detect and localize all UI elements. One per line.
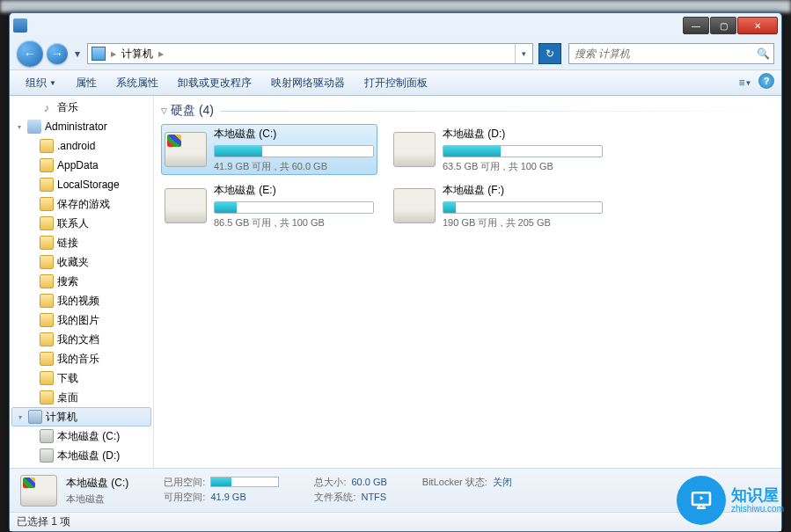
sidebar-item-我的音乐[interactable]: 我的音乐	[10, 349, 153, 368]
sidebar-item-label: 收藏夹	[57, 255, 89, 270]
sidebar-item-保存的游戏[interactable]: 保存的游戏	[10, 194, 153, 214]
sidebar-item-我的图片[interactable]: 我的图片	[10, 310, 153, 330]
organize-menu[interactable]: 组织▼	[17, 72, 65, 94]
control-panel-button[interactable]: 打开控制面板	[355, 72, 436, 94]
nav-row: ← → ▾ ▶ 计算机 ▶ ▾ ↻ 🔍	[10, 38, 781, 69]
search-input[interactable]	[569, 47, 752, 60]
sidebar-item-桌面[interactable]: 桌面	[10, 388, 153, 407]
sidebar-item-label: 我的图片	[57, 313, 99, 328]
system-icon	[13, 18, 27, 33]
properties-button[interactable]: 属性	[67, 72, 106, 94]
chevron-icon[interactable]: ▾	[15, 123, 24, 131]
sidebar-item-我的视频[interactable]: 我的视频	[10, 291, 153, 310]
total-size-label: 总大小:	[314, 476, 346, 489]
sidebar-item-LocalStorage[interactable]: LocalStorage	[10, 175, 153, 194]
help-button[interactable]: ?	[758, 73, 774, 89]
uninstall-button[interactable]: 卸载或更改程序	[169, 72, 260, 94]
view-options-button[interactable]: ≡▼	[736, 73, 755, 92]
search-icon[interactable]: 🔍	[752, 47, 773, 60]
sidebar-item-label: 我的文档	[57, 332, 99, 347]
navigation-pane[interactable]: ♪音乐▾Administrator.androidAppDataLocalSto…	[10, 96, 154, 468]
drive-info: 190 GB 可用 , 共 205 GB	[443, 216, 603, 230]
sidebar-item-label: 下载	[57, 371, 78, 386]
breadcrumb-computer[interactable]: 计算机	[118, 44, 157, 63]
sidebar-item-label: 计算机	[46, 410, 77, 425]
map-network-drive-button[interactable]: 映射网络驱动器	[262, 72, 354, 94]
sidebar-item-label: 链接	[57, 236, 78, 251]
filesystem-value: NTFS	[361, 492, 386, 502]
folder-icon	[40, 294, 54, 308]
folder-icon	[40, 197, 54, 211]
usage-bar	[214, 201, 374, 214]
forward-button[interactable]: →	[47, 43, 68, 64]
folder-icon	[40, 390, 54, 404]
sidebar-item-label: Administrator	[45, 120, 107, 133]
sidebar-item-label: 搜索	[57, 274, 78, 289]
folder-icon	[40, 352, 54, 366]
sidebar-item-label: AppData	[57, 159, 99, 171]
sidebar-item-联系人[interactable]: 联系人	[10, 214, 153, 233]
details-pane: 本地磁盘 (C:) 本地磁盘 已用空间: 可用空间:41.9 GB 总大小:60…	[10, 468, 781, 512]
folder-icon	[40, 139, 54, 153]
toolbar: 组织▼ 属性 系统属性 卸载或更改程序 映射网络驱动器 打开控制面板 ≡▼ ?	[10, 69, 781, 96]
section-label: 硬盘 (4)	[171, 103, 214, 119]
total-size-value: 60.0 GB	[351, 477, 386, 487]
bitlocker-value: 关闭	[493, 476, 512, 489]
drive-item[interactable]: 本地磁盘 (F:)190 GB 可用 , 共 205 GB	[390, 180, 606, 231]
sidebar-item-label: .android	[57, 140, 95, 152]
drive-item[interactable]: 本地磁盘 (E:)86.5 GB 可用 , 共 100 GB	[161, 180, 377, 231]
free-space-label: 可用空间:	[164, 491, 205, 504]
search-box[interactable]: 🔍	[568, 43, 774, 64]
sidebar-item-.android[interactable]: .android	[10, 136, 153, 156]
sidebar-item-Administrator[interactable]: ▾Administrator	[10, 117, 153, 136]
computer-icon	[28, 410, 42, 424]
sidebar-item-label: 音乐	[57, 100, 78, 115]
bitlocker-label: BitLocker 状态:	[422, 476, 487, 489]
drive-item[interactable]: 本地磁盘 (C:)41.9 GB 可用 , 共 60.0 GB	[161, 124, 377, 175]
titlebar[interactable]: — ▢ ✕	[10, 13, 781, 38]
sidebar-item-收藏夹[interactable]: 收藏夹	[10, 252, 153, 272]
drive-icon	[165, 188, 207, 223]
breadcrumb-separator[interactable]: ▶	[109, 50, 118, 58]
sidebar-item-音乐[interactable]: ♪音乐	[10, 98, 153, 117]
computer-icon	[92, 47, 106, 61]
folder-icon	[40, 236, 54, 250]
folder-icon	[40, 332, 54, 346]
section-header-drives[interactable]: ▽ 硬盘 (4)	[161, 103, 774, 119]
maximize-button[interactable]: ▢	[710, 17, 736, 34]
drive-info: 63.5 GB 可用 , 共 100 GB	[443, 160, 603, 173]
drive-info: 86.5 GB 可用 , 共 100 GB	[214, 216, 374, 230]
system-properties-button[interactable]: 系统属性	[107, 72, 167, 94]
sidebar-item-我的文档[interactable]: 我的文档	[10, 330, 153, 349]
sidebar-item-label: 联系人	[57, 216, 89, 231]
back-button[interactable]: ←	[17, 40, 43, 67]
nav-history-dropdown[interactable]: ▾	[71, 46, 84, 62]
sidebar-item-AppData[interactable]: AppData	[10, 156, 153, 175]
drive-icon	[393, 132, 436, 167]
close-button[interactable]: ✕	[737, 17, 778, 34]
drive-item[interactable]: 本地磁盘 (D:)63.5 GB 可用 , 共 100 GB	[390, 124, 606, 175]
usage-bar	[443, 201, 603, 214]
folder-icon	[40, 274, 54, 288]
chevron-icon[interactable]: ▾	[16, 413, 25, 421]
address-dropdown[interactable]: ▾	[515, 44, 532, 63]
collapse-icon[interactable]: ▽	[161, 106, 167, 115]
music-icon: ♪	[40, 100, 54, 114]
refresh-button[interactable]: ↻	[538, 43, 561, 64]
sidebar-item-label: 本地磁盘 (C:)	[57, 429, 120, 444]
folder-icon	[40, 255, 54, 269]
sidebar-item-本地磁盘 (D:)[interactable]: 本地磁盘 (D:)	[10, 446, 153, 465]
sidebar-item-搜索[interactable]: 搜索	[10, 272, 153, 291]
sidebar-item-本地磁盘 (C:)[interactable]: 本地磁盘 (C:)	[10, 426, 153, 446]
address-bar[interactable]: ▶ 计算机 ▶ ▾	[87, 43, 533, 64]
minimize-button[interactable]: —	[683, 17, 709, 34]
content-pane[interactable]: ▽ 硬盘 (4) 本地磁盘 (C:)41.9 GB 可用 , 共 60.0 GB…	[154, 96, 781, 468]
sidebar-item-下载[interactable]: 下载	[10, 368, 153, 388]
sidebar-item-label: 我的视频	[57, 294, 99, 309]
sidebar-item-计算机[interactable]: ▾计算机	[11, 407, 151, 426]
drive-icon	[393, 188, 436, 223]
sidebar-item-链接[interactable]: 链接	[10, 233, 153, 252]
folder-icon	[40, 216, 54, 230]
folder-icon	[40, 178, 54, 192]
breadcrumb-separator[interactable]: ▶	[157, 50, 165, 58]
